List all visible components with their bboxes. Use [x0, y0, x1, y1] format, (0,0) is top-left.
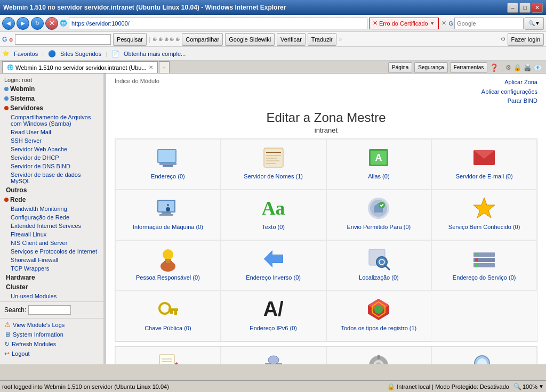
icon-localizacao[interactable]: Localização (0) [326, 240, 432, 291]
sidebar-sistema[interactable]: Sistema [0, 94, 103, 103]
verificar-button[interactable]: Verificar [277, 33, 306, 46]
endereco-servico-icon [471, 246, 497, 272]
new-tab-button[interactable]: + [159, 61, 170, 73]
icon-procurar-ips[interactable]: Procurar IPs Livres editar: (Nenhum resu… [431, 347, 537, 364]
sidebar-item-ssh[interactable]: SSH Server [0, 136, 103, 145]
svg-text:A: A [375, 152, 382, 163]
svg-rect-44 [168, 308, 178, 311]
close-button[interactable]: ✕ [532, 3, 543, 13]
compartilhar-button[interactable]: Compartilhar [182, 33, 223, 46]
icon-endereco-servico[interactable]: Endereço do Serviço (0) [431, 240, 537, 291]
sidebar-item-firewall[interactable]: Firewall Linux [0, 230, 103, 239]
traduzir-button[interactable]: Traduzir [308, 33, 336, 46]
maximize-button[interactable]: □ [519, 3, 531, 13]
sidebar-item-dns-bind[interactable]: Servidor de DNS BIND [0, 162, 103, 170]
sidebar-item-bandwidth[interactable]: Bandwidth Monitoring [0, 205, 103, 213]
icon-todos-registros[interactable]: Todos os tipos de registro (1) [326, 291, 432, 341]
icon-editar-parametros[interactable]: Editar Parâmetros de Zona [221, 347, 326, 364]
address-input[interactable] [69, 18, 367, 29]
sidebar-item-config-rede[interactable]: Configuração de Rede [0, 213, 103, 222]
refresh-modules-action[interactable]: ↻ Refresh Modules [0, 339, 103, 349]
zone-name: intranet [115, 126, 537, 134]
seguranca-button[interactable]: Segurança [414, 62, 447, 73]
apply-zone-link[interactable]: Aplicar Zona [481, 78, 537, 87]
rede-dot [4, 198, 9, 202]
logout-action[interactable]: ↩ Logout [0, 349, 103, 358]
icon-info-maquina[interactable]: Informação de Máquina (0) [115, 190, 221, 240]
icon-endereco[interactable]: Endereço (0) [115, 139, 221, 190]
back-button[interactable]: ◄ [2, 17, 15, 30]
svg-point-40 [475, 253, 478, 256]
view-module-logs-action[interactable]: ⚠ View Module's Logs [0, 320, 103, 330]
sidebar-webmin[interactable]: Webmin [0, 84, 103, 94]
tab-close-button[interactable]: ✕ [149, 64, 153, 70]
icon-servidor-nomes[interactable]: Servidor de Nomes (1) [221, 139, 326, 190]
forward-button[interactable]: ► [17, 17, 29, 30]
svg-rect-3 [163, 165, 173, 167]
module-index[interactable]: Índice do Módulo [115, 78, 159, 84]
icon-editar-opcoes[interactable]: Editar Opções de Zona [326, 347, 432, 364]
sidebar-outros[interactable]: Outros [0, 185, 103, 195]
sidebar-item-nis[interactable]: NIS Client and Server [0, 239, 103, 247]
stop-button[interactable]: ✕ [45, 17, 58, 30]
svg-rect-19 [162, 213, 171, 214]
sidebar-hardware[interactable]: Hardware [0, 273, 103, 282]
svg-rect-20 [159, 214, 173, 216]
pagina-button[interactable]: Página [388, 62, 412, 73]
icon-alias[interactable]: A Alias (0) [326, 139, 432, 190]
todos-registros-label: Todos os tipos de registro (1) [341, 324, 416, 332]
icon-editar-arquivo[interactable]: Editar o Arquivo de Registos [115, 347, 221, 364]
svg-rect-4 [264, 148, 283, 167]
obtenha-link[interactable]: Obtenha mais comple... [124, 51, 186, 57]
icon-chave-publica[interactable]: Chave Pública (0) [115, 291, 221, 341]
minimize-button[interactable]: – [507, 3, 518, 13]
sidebar-servidores[interactable]: Servidores [0, 103, 103, 113]
endereco-ipv6-icon: A/ [261, 297, 286, 322]
fazer-login-button[interactable]: Fazer login [508, 33, 544, 46]
sidewiki-button[interactable]: Google Sidewiki [225, 33, 275, 46]
stop-bind-link[interactable]: Parar BIND [481, 96, 537, 106]
svg-rect-1 [158, 150, 175, 162]
favorites-bar: ⭐ Favoritos | 🔵 Sites Sugeridos | 📄 Obte… [0, 47, 546, 61]
google-search-input[interactable] [15, 34, 111, 45]
icon-texto[interactable]: Aa Texto (0) [221, 190, 326, 240]
icon-envio-permitido[interactable]: Envio Permitido Para (0) [326, 190, 432, 240]
refresh-button[interactable]: ↻ [31, 17, 44, 30]
help-button[interactable]: ❓ [489, 63, 499, 72]
alias-icon: A [366, 145, 391, 170]
zone-actions: Aplicar Zona Aplicar configurações Parar… [481, 78, 537, 106]
pesquisar-button[interactable]: Pesquisar [113, 33, 147, 46]
envio-permitido-icon [366, 195, 391, 221]
servidores-dot [4, 106, 9, 110]
system-information-action[interactable]: 🖥 System Information [0, 330, 103, 339]
icon-endereco-ipv6[interactable]: A/ Endereço IPv6 (0) [221, 291, 326, 341]
search-input[interactable] [454, 18, 524, 29]
ferramentas-button[interactable]: Ferramentas [450, 62, 488, 73]
sidebar-rede[interactable]: Rede [0, 195, 103, 205]
sidebar-item-read-user-mail[interactable]: Read User Mail [0, 128, 103, 136]
sidebar-item-shorewall[interactable]: Shorewall Firewall [0, 256, 103, 264]
servidor-email-icon [471, 145, 497, 170]
sidebar: Login: root Webmin Sistema Servidores Co… [0, 74, 104, 364]
apply-config-link[interactable]: Aplicar configurações [481, 87, 537, 97]
icon-endereco-inverso[interactable]: Endereço Inverso (0) [221, 240, 326, 291]
search-button[interactable]: 🔍▼ [525, 17, 544, 30]
tab-webmin[interactable]: 🌐 Webmin 1.510 no servidor servidor.intr… [2, 61, 158, 73]
sidebar-item-servicos[interactable]: Serviços e Protocolos de Internet [0, 247, 103, 256]
sidebar-item-apache[interactable]: Servidor Web Apache [0, 145, 103, 153]
sidebar-item-dhcp[interactable]: Servidor de DHCP [0, 153, 103, 162]
sidebar-item-extended[interactable]: Extended Internet Services [0, 222, 103, 230]
cert-error-indicator[interactable]: ✕ Erro do Certificado ▼ [369, 18, 439, 29]
icon-servidor-email[interactable]: Servidor de E-mail (0) [431, 139, 537, 190]
icon-pessoa-responsavel[interactable]: Pessoa Responsável (0) [115, 240, 221, 291]
favoritos-link[interactable]: Favoritos [14, 51, 38, 57]
sites-sugeridos-link[interactable]: Sites Sugeridos [60, 51, 101, 57]
icon-servico-bem-conhecido[interactable]: Serviço Bem Conhecido (0) [431, 190, 537, 240]
sidebar-item-tcp-wrappers[interactable]: TCP Wrappers [0, 264, 103, 273]
editar-opcoes-icon [366, 353, 391, 364]
sidebar-item-mysql[interactable]: Servidor de base de dados MySQL [0, 170, 103, 185]
sidebar-search-input[interactable] [28, 305, 71, 315]
sidebar-item-samba[interactable]: Compartilhamento de Arquivos com Windows… [0, 113, 103, 128]
sidebar-cluster[interactable]: Cluster [0, 282, 103, 292]
sidebar-item-unused[interactable]: Un-used Modules [0, 292, 103, 300]
